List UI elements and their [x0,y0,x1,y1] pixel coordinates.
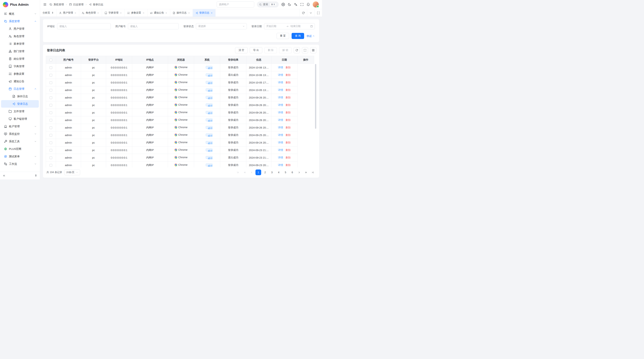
delete-link[interactable]: 删除 [286,126,291,129]
page-4-button[interactable]: 4 [276,169,282,175]
row-checkbox[interactable] [50,141,52,144]
column-settings-button[interactable] [310,47,316,53]
row-checkbox[interactable] [50,89,52,91]
collapse-filter-link[interactable]: 收起 [306,34,315,38]
sidebar-item-tenant-mgmt[interactable]: 租户管理 [1,123,39,130]
page-1-button[interactable]: 1 [256,169,261,175]
delete-button[interactable]: 删 除 [264,47,277,53]
pin-sidebar-icon[interactable] [34,174,38,177]
sidebar-item-menu-mgmt[interactable]: 菜单管理 [1,40,39,47]
delete-link[interactable]: 删除 [286,96,291,99]
fullscreen-icon[interactable] [300,3,304,6]
moon-icon[interactable] [288,3,291,6]
sidebar-item-user-mgmt[interactable]: 用户管理 [1,25,39,32]
sidebar-item-dict-mgmt[interactable]: 字典管理 [1,62,39,70]
refresh-table-button[interactable] [294,47,300,53]
row-checkbox[interactable] [50,119,52,122]
sidebar-item-plus-site[interactable]: PLUS官网 [1,145,39,153]
tab-menu-button[interactable] [307,9,314,17]
sidebar-item-client-mgmt[interactable]: 客户端管理 [1,115,39,123]
avatar[interactable] [313,1,319,7]
row-checkbox[interactable] [50,104,52,107]
next-ten-pages-button[interactable] [303,169,309,175]
close-icon[interactable] [165,12,168,14]
translate-icon[interactable] [294,3,298,6]
delete-link[interactable]: 删除 [286,66,291,69]
detail-link[interactable]: 详情 [278,81,283,84]
prev-ten-pages-button[interactable] [242,169,248,175]
sidebar-item-system-mgmt[interactable]: 系统管理 [1,17,39,25]
row-checkbox[interactable] [50,74,52,76]
sidebar-item-param-settings[interactable]: 参数设置 [1,70,39,78]
detail-link[interactable]: 详情 [278,111,283,114]
unlock-button[interactable]: 解 锁 [279,47,292,53]
tab-dict-mgmt[interactable]: 字典管理 [102,9,125,17]
row-checkbox[interactable] [50,156,52,159]
refresh-tab-button[interactable] [300,9,307,17]
sidebar-item-login-log[interactable]: 登录日志 [1,100,39,108]
clear-button[interactable]: 清 空 [235,47,248,53]
detail-link[interactable]: 详情 [278,141,283,144]
page-3-button[interactable]: 3 [269,169,275,175]
sidebar-item-post-mgmt[interactable]: 岗位管理 [1,55,39,62]
breadcrumb-log-mgmt[interactable]: 日志管理 [69,3,84,6]
detail-link[interactable]: 详情 [278,134,283,136]
close-icon[interactable] [97,12,99,14]
page-6-button[interactable]: 6 [290,169,295,175]
tab-op-log[interactable]: 操作日志 [170,9,193,17]
delete-link[interactable]: 删除 [286,73,291,76]
delete-link[interactable]: 删除 [286,111,291,114]
date-range-picker[interactable]: 开始日期 结束日期 [264,23,315,29]
account-input[interactable] [128,23,179,29]
sidebar-item-overview[interactable]: 概览 [1,10,39,17]
logo[interactable]: Plus Admin [0,0,40,9]
sidebar-item-sys-tools[interactable]: 系统工具 [1,138,39,145]
page-5-button[interactable]: 5 [283,169,288,175]
query-button[interactable]: 查 询 [292,33,304,39]
sidebar-item-workflow[interactable]: 工作流 [1,160,39,168]
tab-analysis[interactable]: 分析页 [40,9,56,17]
detail-link[interactable]: 详情 [278,66,283,69]
row-checkbox[interactable] [50,149,52,152]
sidebar-item-dept-mgmt[interactable]: 部门管理 [1,47,39,55]
sidebar-item-sys-monitor[interactable]: 系统监控 [1,130,39,138]
detail-link[interactable]: 详情 [278,118,283,121]
close-icon[interactable] [210,12,213,14]
delete-link[interactable]: 删除 [286,156,291,159]
delete-link[interactable]: 删除 [286,134,291,136]
detail-link[interactable]: 详情 [278,156,283,159]
detail-link[interactable]: 详情 [278,164,283,166]
close-icon[interactable] [142,12,145,14]
row-checkbox[interactable] [50,134,52,137]
first-page-button[interactable] [235,169,241,175]
pin-icon[interactable] [51,12,54,14]
tab-param-settings[interactable]: 参数设置 [125,9,148,17]
reset-button[interactable]: 重 置 [276,33,289,39]
row-checkbox[interactable] [50,164,52,167]
global-search[interactable]: 搜索 ⌘ K [257,1,279,7]
page-2-button[interactable]: 2 [262,169,268,175]
tenant-select[interactable]: 选择租户 [217,1,254,7]
bell-icon[interactable] [306,3,310,6]
content-fullscreen-button[interactable] [314,9,322,17]
ip-input[interactable] [57,23,111,29]
delete-link[interactable]: 删除 [286,103,291,106]
sidebar-item-test-menu[interactable]: 测试菜单 [1,153,39,160]
close-icon[interactable] [74,12,76,14]
next-page-button[interactable] [296,169,302,175]
gear-icon[interactable] [282,3,285,6]
detail-link[interactable]: 详情 [278,126,283,129]
sidebar-item-role-mgmt[interactable]: 角色管理 [1,32,39,40]
row-checkbox[interactable] [50,126,52,129]
close-icon[interactable] [120,12,122,14]
collapse-sidebar-icon[interactable] [2,174,6,177]
sidebar-item-log-mgmt[interactable]: 日志管理 [1,85,39,93]
row-checkbox[interactable] [50,111,52,114]
delete-link[interactable]: 删除 [286,81,291,84]
tab-notice[interactable]: 通知公告 [148,9,170,17]
select-all-checkbox[interactable] [50,59,52,61]
breadcrumb-system-mgmt[interactable]: 系统管理 [49,3,64,6]
page-size-select[interactable]: 20条/页 [64,169,80,175]
hamburger-menu-icon[interactable] [43,3,46,6]
detail-link[interactable]: 详情 [278,103,283,106]
